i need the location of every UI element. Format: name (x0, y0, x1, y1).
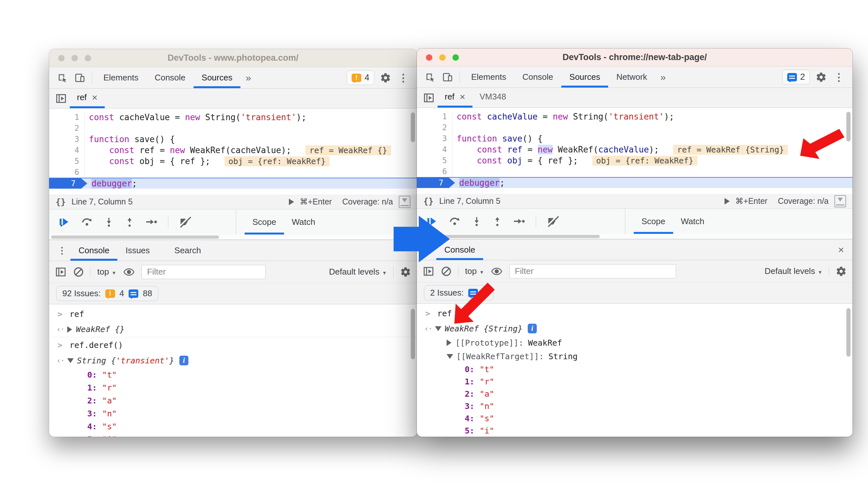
tab-console[interactable]: Console (146, 67, 193, 88)
close-window-button[interactable] (58, 55, 65, 61)
window-title: DevTools - chrome://new-tab-page/ (563, 52, 707, 62)
code-line: 6 (417, 166, 852, 177)
tab-scope[interactable]: Scope (245, 209, 284, 234)
divider (459, 71, 460, 83)
console-sidebar-icon[interactable] (423, 265, 434, 277)
zoom-window-button[interactable] (452, 54, 459, 61)
step-icon[interactable] (512, 215, 526, 228)
drawer-menu-icon[interactable]: ⋮ (54, 240, 71, 261)
pretty-print-icon[interactable]: {} (56, 197, 65, 207)
console-output[interactable]: > ref ‹· WeakRef {} > ref.deref() ‹· Str… (49, 304, 417, 437)
log-levels-selector[interactable]: Default levels▼ (764, 266, 822, 276)
info-badge-icon[interactable]: i (179, 356, 188, 365)
code-editor[interactable]: 1const cacheValue = new String('transien… (49, 109, 417, 195)
red-annotation-arrow-console (452, 280, 501, 328)
execution-line: 7 debugger; (417, 177, 852, 188)
close-tab-icon[interactable]: × (459, 92, 465, 102)
panel-dropdown-icon[interactable] (399, 196, 411, 208)
collapse-caret-icon[interactable] (447, 354, 453, 359)
console-settings-gear-icon[interactable] (400, 266, 411, 278)
filter-input[interactable] (509, 264, 676, 279)
info-badge-icon[interactable]: i (528, 324, 537, 334)
console-sidebar-icon[interactable] (55, 266, 66, 278)
kebab-menu-icon[interactable]: ⋮ (394, 67, 412, 88)
tab-elements[interactable]: Elements (95, 67, 146, 88)
tab-sources[interactable]: Sources (561, 66, 608, 88)
console-settings-gear-icon[interactable] (836, 266, 847, 277)
tab-network[interactable]: Network (608, 66, 655, 88)
minimize-window-button[interactable] (72, 55, 78, 61)
titlebar[interactable]: DevTools - www.photopea.com/ (49, 49, 417, 67)
context-selector[interactable]: top▼ (97, 267, 116, 277)
step-into-icon[interactable] (471, 215, 482, 228)
tab-watch[interactable]: Watch (284, 209, 323, 234)
step-over-icon[interactable] (80, 215, 94, 228)
drawer-tab-issues[interactable]: Issues (117, 240, 158, 261)
console-scrollbar[interactable] (846, 308, 850, 357)
issues-counter-button[interactable]: ! 4 (347, 70, 374, 85)
device-toolbar-icon[interactable] (71, 67, 88, 88)
tab-elements[interactable]: Elements (463, 66, 514, 88)
drawer-tab-search[interactable]: Search (166, 240, 209, 261)
context-selector[interactable]: top▼ (465, 266, 484, 276)
console-toolbar: top▼ Default levels▼ (417, 260, 852, 282)
tab-console[interactable]: Console (514, 66, 561, 88)
string-index-row: 3:"n" (417, 400, 852, 412)
inspect-element-icon[interactable] (421, 66, 439, 88)
device-toolbar-icon[interactable] (439, 66, 456, 88)
inspect-element-icon[interactable] (54, 67, 71, 88)
kebab-menu-icon[interactable]: ⋮ (830, 66, 848, 88)
execution-pointer[interactable]: 7 (49, 178, 87, 189)
execution-pointer[interactable]: 7 (417, 178, 455, 188)
drawer-tab-console[interactable]: Console (71, 240, 117, 261)
deactivate-breakpoints-icon[interactable] (546, 215, 559, 228)
show-navigator-icon[interactable] (420, 88, 438, 108)
clear-console-icon[interactable] (441, 266, 452, 277)
log-levels-selector[interactable]: Default levels▼ (329, 267, 387, 277)
close-tab-icon[interactable]: × (92, 93, 97, 103)
close-drawer-icon[interactable]: × (834, 239, 848, 260)
horizontal-scrollbar[interactable] (417, 234, 852, 239)
step-icon[interactable] (145, 215, 158, 228)
panel-dropdown-icon[interactable] (834, 195, 846, 207)
file-tab-ref[interactable]: ref × (70, 88, 105, 108)
minimize-window-button[interactable] (439, 54, 446, 61)
step-out-icon[interactable] (124, 215, 135, 228)
code-editor[interactable]: 1const cacheValue = new String('transien… (417, 108, 852, 194)
pretty-print-icon[interactable]: {} (423, 196, 433, 206)
show-navigator-icon[interactable] (52, 88, 70, 108)
info-issues-icon (787, 73, 797, 81)
titlebar[interactable]: DevTools - chrome://new-tab-page/ (417, 49, 852, 66)
issues-chip[interactable]: 92 Issues: ! 4 88 (56, 286, 158, 301)
more-tabs-icon[interactable]: » (241, 67, 256, 88)
step-out-icon[interactable] (492, 215, 503, 228)
horizontal-scrollbar[interactable] (49, 234, 417, 240)
filter-input[interactable] (142, 265, 265, 279)
settings-gear-icon[interactable] (812, 66, 830, 88)
file-tab-ref[interactable]: ref × (438, 88, 472, 108)
deactivate-breakpoints-icon[interactable] (178, 215, 192, 228)
expand-caret-icon[interactable] (447, 340, 451, 346)
close-window-button[interactable] (426, 54, 432, 61)
eye-icon[interactable] (491, 266, 503, 277)
issues-counter-button[interactable]: 2 (782, 70, 810, 84)
string-index-row: 4:"s" (49, 420, 417, 433)
file-tab-vm348[interactable]: VM348 (472, 88, 513, 108)
resume-script-icon[interactable] (58, 215, 71, 228)
collapse-caret-icon[interactable] (435, 326, 442, 331)
red-annotation-arrow-code (800, 123, 852, 169)
zoom-window-button[interactable] (85, 55, 91, 61)
settings-gear-icon[interactable] (377, 67, 394, 88)
tab-watch[interactable]: Watch (673, 209, 712, 234)
code-scrollbar[interactable] (411, 112, 415, 142)
console-scrollbar[interactable] (411, 309, 415, 359)
collapse-caret-icon[interactable] (67, 358, 74, 363)
blue-annotation-arrow (393, 213, 451, 265)
more-tabs-icon[interactable]: » (655, 66, 671, 88)
clear-console-icon[interactable] (73, 266, 84, 278)
tab-scope[interactable]: Scope (634, 209, 673, 234)
expand-caret-icon[interactable] (67, 326, 72, 333)
tab-sources[interactable]: Sources (194, 67, 241, 88)
step-into-icon[interactable] (104, 215, 114, 228)
eye-icon[interactable] (123, 266, 135, 278)
